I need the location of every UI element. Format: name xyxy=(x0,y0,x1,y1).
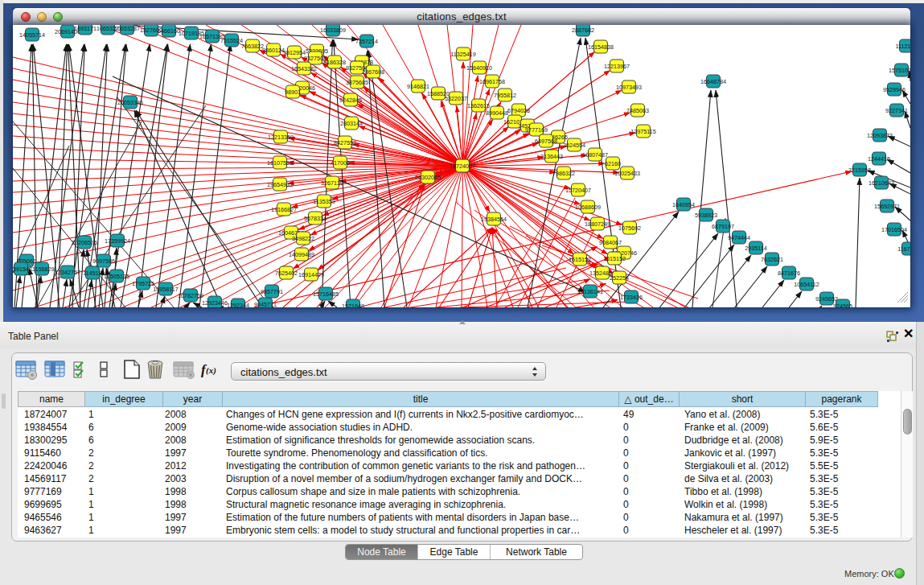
svg-text:2887682: 2887682 xyxy=(572,27,594,34)
svg-text:1075692: 1075692 xyxy=(618,225,641,232)
svg-text:1693171: 1693171 xyxy=(74,25,97,32)
svg-text:7663822: 7663822 xyxy=(241,43,264,50)
svg-text:9777169: 9777169 xyxy=(525,126,548,134)
svg-text:10688609: 10688609 xyxy=(575,204,601,211)
svg-text:1571648: 1571648 xyxy=(342,303,364,308)
svg-text:16914479: 16914479 xyxy=(298,271,324,278)
svg-text:12505135: 12505135 xyxy=(104,273,129,280)
svg-text:417006: 417006 xyxy=(331,159,350,167)
svg-text:11325419: 11325419 xyxy=(450,51,475,58)
svg-text:14099489: 14099489 xyxy=(289,251,314,258)
svg-text:9474444: 9474444 xyxy=(728,234,750,241)
svg-text:6794028: 6794028 xyxy=(507,107,530,114)
svg-text:12093873: 12093873 xyxy=(867,132,893,139)
svg-text:1135359: 1135359 xyxy=(313,198,335,205)
svg-text:17359924: 17359924 xyxy=(105,237,130,245)
svg-text:5322037: 5322037 xyxy=(445,95,467,102)
svg-text:5938923: 5938923 xyxy=(695,212,717,219)
svg-text:16033809: 16033809 xyxy=(320,27,346,34)
svg-text:14055714: 14055714 xyxy=(19,31,45,39)
svg-text:12342757: 12342757 xyxy=(55,269,80,276)
svg-text:16648784: 16648784 xyxy=(700,78,726,85)
svg-text:9146821: 9146821 xyxy=(407,83,429,90)
svg-text:9097586: 9097586 xyxy=(92,257,115,265)
svg-text:16210643: 16210643 xyxy=(869,179,894,187)
svg-text:15720407: 15720407 xyxy=(565,187,591,194)
svg-text:20206576: 20206576 xyxy=(72,239,97,246)
svg-text:9860124: 9860124 xyxy=(262,47,285,54)
svg-text:1640954: 1640954 xyxy=(672,201,695,208)
svg-text:19654933: 19654933 xyxy=(267,181,293,188)
svg-text:12975115: 12975115 xyxy=(630,128,655,135)
svg-text:16782759: 16782759 xyxy=(178,292,203,299)
svg-text:12213967: 12213967 xyxy=(604,63,630,70)
svg-text:252254: 252254 xyxy=(610,274,629,282)
svg-text:(x): (x) xyxy=(206,365,216,376)
svg-text:16154838: 16154838 xyxy=(588,43,614,51)
svg-text:12213369: 12213369 xyxy=(268,134,294,141)
svg-text:20053346: 20053346 xyxy=(117,99,143,106)
svg-text:114519: 114519 xyxy=(83,270,101,277)
svg-text:6497568: 6497568 xyxy=(535,138,557,145)
svg-text:16961758: 16961758 xyxy=(479,78,505,85)
svg-text:1112131: 1112131 xyxy=(896,43,910,50)
svg-text:15716485: 15716485 xyxy=(313,290,339,298)
svg-text:3215958: 3215958 xyxy=(848,167,871,174)
svg-text:10025433: 10025433 xyxy=(614,170,640,177)
svg-text:924565: 924565 xyxy=(833,303,852,308)
svg-text:9242845: 9242845 xyxy=(339,97,362,104)
svg-text:3267130: 3267130 xyxy=(321,179,343,187)
svg-text:9084067: 9084067 xyxy=(599,239,622,246)
svg-text:2935114: 2935114 xyxy=(745,245,766,252)
svg-text:9227341: 9227341 xyxy=(885,107,908,114)
svg-text:9245652: 9245652 xyxy=(815,295,838,303)
svg-text:62160: 62160 xyxy=(605,160,621,167)
svg-text:8427552: 8427552 xyxy=(334,139,356,146)
svg-text:3875685: 3875685 xyxy=(346,79,368,86)
svg-text:1615152: 1615152 xyxy=(569,256,591,263)
svg-text:15692971: 15692971 xyxy=(874,203,900,210)
svg-text:8186328: 8186328 xyxy=(323,59,346,66)
svg-text:19166827: 19166827 xyxy=(271,206,297,213)
svg-text:8990448: 8990448 xyxy=(486,109,508,117)
svg-text:1244415: 1244415 xyxy=(868,155,890,163)
svg-text:1167531: 1167531 xyxy=(897,245,910,253)
svg-text:11156829: 11156829 xyxy=(30,266,55,273)
svg-text:9857791: 9857791 xyxy=(261,288,283,295)
svg-text:1733426: 1733426 xyxy=(620,294,643,301)
svg-text:8471676: 8471676 xyxy=(778,270,800,277)
svg-text:1615152: 1615152 xyxy=(603,255,626,262)
svg-text:10653287: 10653287 xyxy=(114,25,140,32)
svg-text:3624554: 3624554 xyxy=(563,142,585,149)
svg-text:16107553: 16107553 xyxy=(267,159,293,167)
svg-text:7515524: 7515524 xyxy=(220,37,243,44)
svg-text:1292344: 1292344 xyxy=(227,302,249,308)
svg-text:19384554: 19384554 xyxy=(481,216,507,223)
svg-text:2136443: 2136443 xyxy=(540,153,563,160)
svg-text:2867608: 2867608 xyxy=(362,68,384,76)
svg-text:6466160: 6466160 xyxy=(158,27,180,35)
svg-text:3912954: 3912954 xyxy=(283,49,306,56)
svg-text:10654112: 10654112 xyxy=(794,281,819,288)
svg-text:9529946: 9529946 xyxy=(883,86,906,93)
svg-text:6879197: 6879197 xyxy=(712,223,734,230)
svg-text:17016504: 17016504 xyxy=(881,226,907,233)
svg-text:7625402: 7625402 xyxy=(275,270,298,277)
svg-text:15136141: 15136141 xyxy=(577,288,603,295)
svg-text:39154: 39154 xyxy=(13,266,29,273)
svg-text:15640910: 15640910 xyxy=(466,64,492,72)
svg-text:12923446: 12923446 xyxy=(202,299,228,307)
svg-text:5678334: 5678334 xyxy=(304,215,326,222)
svg-text:18724007: 18724007 xyxy=(450,163,475,170)
svg-text:10807487: 10807487 xyxy=(582,151,608,159)
svg-text:1795725: 1795725 xyxy=(132,280,154,287)
svg-text:10958117: 10958117 xyxy=(153,286,178,293)
svg-text:10973493: 10973493 xyxy=(616,84,642,91)
svg-text:7357214: 7357214 xyxy=(355,38,378,45)
svg-text:2803144: 2803144 xyxy=(340,120,363,127)
svg-text:7986322: 7986322 xyxy=(552,170,575,177)
svg-text:25302035: 25302035 xyxy=(415,174,441,181)
svg-text:16543382: 16543382 xyxy=(291,65,317,72)
svg-text:9845771: 9845771 xyxy=(254,301,277,308)
svg-text:7485063: 7485063 xyxy=(626,107,649,114)
